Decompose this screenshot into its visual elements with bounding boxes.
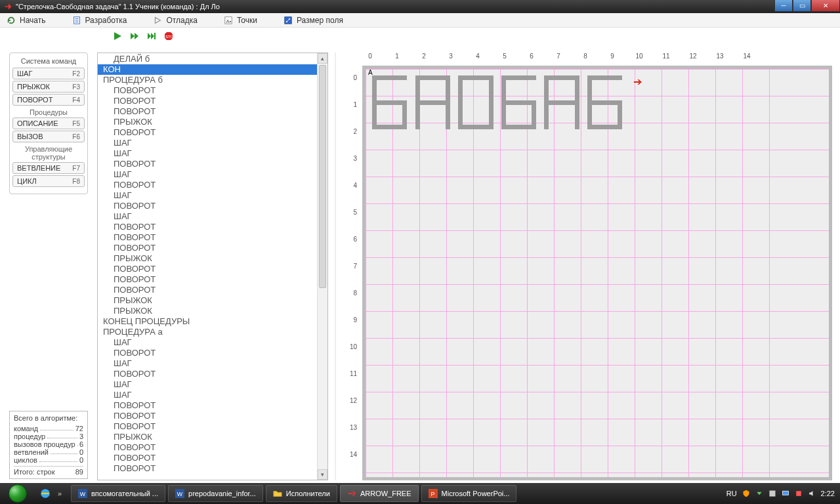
tray-shield-icon[interactable]: [742, 490, 750, 497]
code-line[interactable]: КОНЕЦ ПРОЦЕДУРЫ: [98, 316, 317, 327]
code-line[interactable]: ПОВОРОТ: [98, 96, 317, 106]
palette-btn-вызов[interactable]: ВЫЗОВF6: [12, 131, 85, 142]
code-line[interactable]: ШАГ: [98, 148, 317, 159]
scroll-down-button[interactable]: ▾: [318, 469, 327, 480]
code-line[interactable]: ШАГ: [98, 358, 317, 369]
taskbar: » Wвпсомогательный ...Wprepodavanie_info…: [0, 483, 840, 504]
code-line[interactable]: ПРОЦЕДУРА a: [98, 327, 317, 337]
quick-launch: »: [35, 488, 70, 499]
code-line[interactable]: ПРЫЖОК: [98, 306, 317, 316]
tray-generic-icon[interactable]: [768, 490, 776, 497]
code-line[interactable]: ПОВОРОТ: [98, 127, 317, 138]
maximize-button[interactable]: ▭: [793, 0, 811, 12]
code-line[interactable]: ПОВОРОТ: [98, 411, 317, 421]
system-tray: RU 2:22: [726, 490, 840, 497]
code-line[interactable]: ШАГ: [98, 211, 317, 222]
code-line[interactable]: ПОВОРОТ: [98, 348, 317, 358]
menu-debug[interactable]: Отладка: [153, 16, 197, 25]
palette-btn-шаг[interactable]: ШАГF2: [12, 68, 85, 79]
command-palette: Система команд ШАГF2ПРЫЖОКF3ПОВОРОТF4 Пр…: [9, 52, 88, 198]
play-outline-icon: [153, 16, 162, 25]
scroll-up-button[interactable]: ▴: [318, 53, 327, 64]
stats-title: Всего в алгоритме:: [14, 414, 83, 422]
tray-down-icon[interactable]: [755, 490, 763, 497]
svg-text:W: W: [177, 491, 183, 497]
fast-forward-button[interactable]: [129, 30, 140, 42]
language-indicator[interactable]: RU: [726, 490, 737, 497]
svg-rect-15: [782, 491, 788, 495]
scrollbar[interactable]: ▴ ▾: [317, 53, 327, 480]
svg-rect-4: [154, 33, 156, 39]
code-line[interactable]: ДЕЛАЙ б: [98, 54, 317, 64]
code-line[interactable]: ШАГ: [98, 379, 317, 390]
taskbar-item[interactable]: Wвпсомогательный ...: [71, 485, 165, 502]
windows-orb-icon: [9, 484, 27, 503]
code-line[interactable]: ПОВОРОТ: [98, 201, 317, 211]
code-line[interactable]: ПОВОРОТ: [98, 159, 317, 169]
tray-monitor-icon[interactable]: [782, 490, 789, 497]
taskbar-item[interactable]: Исполнители: [266, 485, 337, 502]
code-line[interactable]: ШАГ: [98, 337, 317, 348]
code-line[interactable]: КОН: [98, 64, 317, 75]
app-icon: [4, 3, 12, 10]
point-a-label: A: [368, 69, 373, 76]
svg-rect-14: [769, 491, 775, 497]
tray-action-icon[interactable]: [795, 490, 803, 497]
menu-develop[interactable]: Разработка: [72, 16, 127, 25]
close-button[interactable]: ✕: [811, 0, 840, 12]
clock[interactable]: 2:22: [821, 490, 835, 497]
code-line[interactable]: ПРЫЖОК: [98, 117, 317, 127]
svg-text:A•: A•: [226, 18, 231, 24]
quick-chevron[interactable]: »: [54, 488, 66, 499]
palette-btn-ветвление[interactable]: ВЕТВЛЕНИЕF7: [12, 162, 85, 174]
taskbar-item[interactable]: PMicrosoft PowerPoi...: [421, 485, 517, 502]
svg-rect-16: [796, 491, 801, 496]
palette-btn-поворот[interactable]: ПОВОРОТF4: [12, 94, 85, 106]
code-line[interactable]: ПОВОРОТ: [98, 463, 317, 474]
menu-points[interactable]: A• Точки: [224, 16, 257, 25]
run-button[interactable]: [112, 30, 123, 42]
code-line[interactable]: ПРЫЖОК: [98, 432, 317, 442]
minimize-button[interactable]: ─: [774, 0, 793, 12]
code-line[interactable]: ПОВОРОТ: [98, 180, 317, 190]
taskbar-item[interactable]: Wprepodavanie_infor...: [168, 485, 263, 502]
menu-bar: Начать Разработка Отладка A• Точки Разме…: [0, 13, 840, 28]
window-titlebar: "Стрелочка-Свободная задача" 1.1 Ученик …: [0, 0, 840, 13]
ie-icon[interactable]: [39, 488, 51, 499]
divider[interactable]: [335, 52, 336, 480]
code-line[interactable]: ПОВОРОТ: [98, 400, 317, 411]
code-line[interactable]: ПРЫЖОК: [98, 253, 317, 264]
code-line[interactable]: ПОВОРОТ: [98, 243, 317, 253]
grid-frame: A ➔: [362, 66, 832, 480]
code-line[interactable]: ПОВОРОТ: [98, 264, 317, 274]
code-line[interactable]: ШАГ: [98, 138, 317, 148]
code-line[interactable]: ШАГ: [98, 169, 317, 180]
code-listing[interactable]: ДЕЛАЙ бКОНПРОЦЕДУРА бПОВОРОТПОВОРОТПОВОР…: [97, 52, 328, 480]
code-line[interactable]: ПОВОРОТ: [98, 232, 317, 243]
code-line[interactable]: ПОВОРОТ: [98, 285, 317, 295]
code-line[interactable]: ПРОЦЕДУРА б: [98, 75, 317, 85]
menu-start[interactable]: Начать: [7, 16, 46, 25]
code-line[interactable]: ПОВОРОТ: [98, 369, 317, 379]
code-line[interactable]: ПОВОРОТ: [98, 222, 317, 232]
scroll-thumb[interactable]: [319, 65, 326, 288]
palette-btn-описание[interactable]: ОПИСАНИЕF5: [12, 117, 85, 129]
code-line[interactable]: ШАГ: [98, 190, 317, 201]
code-line[interactable]: ПРЫЖОК: [98, 295, 317, 306]
code-line[interactable]: ПОВОРОТ: [98, 421, 317, 432]
stop-button[interactable]: STOP: [163, 30, 175, 42]
code-line[interactable]: ПОВОРОТ: [98, 453, 317, 463]
taskbar-item[interactable]: ARROW_FREE: [340, 485, 419, 502]
palette-btn-цикл[interactable]: ЦИКЛF8: [12, 175, 85, 187]
menu-fieldsize[interactable]: Размер поля: [284, 16, 343, 25]
code-line[interactable]: ПОВОРОТ: [98, 442, 317, 453]
code-line[interactable]: ПОВОРОТ: [98, 85, 317, 96]
code-line[interactable]: ПОВОРОТ: [98, 274, 317, 285]
refresh-icon: [7, 16, 16, 25]
step-button[interactable]: [146, 30, 158, 42]
palette-btn-прыжок[interactable]: ПРЫЖОКF3: [12, 81, 85, 93]
code-line[interactable]: ШАГ: [98, 390, 317, 400]
tray-volume-icon[interactable]: [808, 490, 816, 497]
start-button[interactable]: [0, 483, 35, 504]
code-line[interactable]: ПОВОРОТ: [98, 106, 317, 117]
